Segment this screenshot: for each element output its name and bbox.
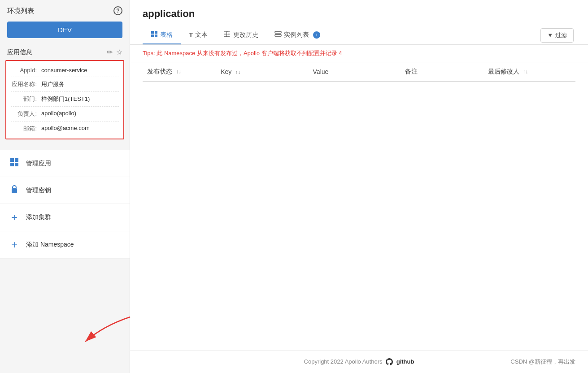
col-value-label: Value [313,68,329,75]
github-icon [386,358,395,365]
svg-rect-8 [155,35,157,37]
tab-text[interactable]: T 文本 [181,26,216,44]
history-tab-icon [224,31,231,39]
sort-modifier-icon: ↑↓ [523,69,528,75]
star-icon[interactable]: ☆ [116,48,122,56]
dept-label: 部门: [11,95,38,103]
app-name-row: 应用名称: 用户服务 [11,77,119,92]
svg-rect-6 [155,31,157,34]
svg-rect-2 [10,163,14,166]
app-info-header: 应用信息 ✏ ☆ [5,43,124,60]
col-status-label: 发布状态 [147,68,172,75]
sort-status-icon: ↑↓ [176,69,181,75]
tips-bar: Tips: 此 Namespace 从来没有发布过，Apollo 客户端将获取不… [130,45,588,62]
col-note-label: 备注 [405,68,418,75]
tab-table-label: 表格 [160,31,173,39]
sidebar-nav: 管理应用 管理密钥 + 添加集群 + 添加 Namespace [0,150,130,259]
content-area: application 表格 [130,0,588,373]
owner-row: 负责人: apollo(apollo) [11,107,119,121]
sidebar-item-add-namespace[interactable]: + 添加 Namespace [0,231,130,259]
sidebar-item-manage-key[interactable]: 管理密钥 [0,177,130,204]
filter-button[interactable]: ▼ 过滤 [540,28,574,43]
owner-label: 负责人: [11,110,38,118]
instances-badge: i [313,31,320,39]
sidebar: 环境列表 ? DEV 应用信息 ✏ ☆ AppId: consumer-serv… [0,0,130,373]
tips-text: Tips: 此 Namespace 从来没有发布过，Apollo 客户端将获取不… [143,50,342,56]
tab-instances-label: 实例列表 [284,31,309,39]
tabs-row: 表格 T 文本 更改历史 [143,26,575,44]
email-row: 邮箱: apollo@acme.com [11,121,119,136]
tab-history[interactable]: 更改历史 [216,26,266,44]
dev-environment-button[interactable]: DEV [7,22,122,38]
col-modifier-label: 最后修改人 [488,68,519,75]
svg-rect-11 [275,35,281,36]
table-tab-icon [151,30,158,39]
svg-rect-1 [15,158,18,162]
appid-row: AppId: consumer-service [11,64,119,77]
manage-app-icon [9,157,20,169]
app-info-actions: ✏ ☆ [107,48,122,56]
csdn-text: CSDN @新征程，再出发 [510,358,575,365]
copyright-text: Copyright 2022 Apollo Authors [304,358,383,365]
dept-row: 部门: 样例部门1(TEST1) [11,92,119,107]
app-info-section: 应用信息 ✏ ☆ AppId: consumer-service 应用名称: 用… [5,43,124,139]
filter-icon: ▼ [547,32,553,39]
help-icon[interactable]: ? [113,6,122,15]
appid-value: consumer-service [41,67,87,74]
svg-rect-0 [10,158,14,162]
footer-center: Copyright 2022 Apollo Authors github [251,358,467,366]
tab-history-label: 更改历史 [233,31,258,39]
col-key-label: Key [221,68,231,75]
text-tab-icon: T [189,31,193,39]
content-header: application 表格 [130,0,588,45]
tab-table[interactable]: 表格 [143,26,181,44]
tab-instances[interactable]: 实例列表 i [266,26,328,44]
config-table: 发布状态 ↑↓ Key ↑↓ Value 备注 [143,62,575,82]
github-link[interactable]: github [396,358,414,365]
col-header-note: 备注 [401,62,483,82]
add-cluster-label: 添加集群 [26,213,51,221]
table-header-row: 发布状态 ↑↓ Key ↑↓ Value 备注 [143,62,575,82]
svg-rect-3 [15,163,18,166]
add-cluster-icon: + [9,211,20,224]
svg-rect-7 [151,35,154,37]
svg-rect-10 [275,31,281,33]
table-section: 发布状态 ↑↓ Key ↑↓ Value 备注 [130,62,588,350]
sidebar-item-manage-app[interactable]: 管理应用 [0,150,130,177]
app-name-value: 用户服务 [41,80,65,88]
add-namespace-icon: + [9,239,20,251]
env-section-label: 环境列表 [7,7,34,15]
add-namespace-label: 添加 Namespace [26,241,74,249]
email-label: 邮箱: [11,125,38,133]
instances-tab-icon [274,31,282,39]
appid-label: AppId: [11,67,38,74]
filter-label: 过滤 [555,31,567,39]
app-name-label: 应用名称: [11,80,38,88]
tabs: 表格 T 文本 更改历史 [143,26,328,44]
manage-app-label: 管理应用 [26,160,51,168]
svg-rect-4 [12,188,17,193]
content-footer: Copyright 2022 Apollo Authors github CSD… [130,350,588,373]
svg-rect-5 [151,31,154,34]
footer-right: CSDN @新征程，再出发 [467,358,575,366]
sidebar-item-add-cluster[interactable]: + 添加集群 [0,204,130,231]
col-header-status[interactable]: 发布状态 ↑↓ [143,62,216,82]
lock-icon [9,184,20,196]
edit-icon[interactable]: ✏ [107,48,113,56]
sort-key-icon: ↑↓ [235,69,240,75]
dept-value: 样例部门1(TEST1) [41,95,90,103]
col-header-key[interactable]: Key ↑↓ [216,62,308,82]
env-section-header: 环境列表 ? [0,0,130,20]
col-header-value: Value [309,62,401,82]
col-header-modifier[interactable]: 最后修改人 ↑↓ [483,62,575,82]
page-title: application [143,8,575,20]
owner-value: apollo(apollo) [41,110,76,117]
email-value: apollo@acme.com [41,125,90,131]
app-info-label: 应用信息 [7,48,32,56]
tab-text-label: 文本 [195,31,208,39]
manage-key-label: 管理密钥 [26,186,51,195]
app-info-box: AppId: consumer-service 应用名称: 用户服务 部门: 样… [5,60,124,139]
